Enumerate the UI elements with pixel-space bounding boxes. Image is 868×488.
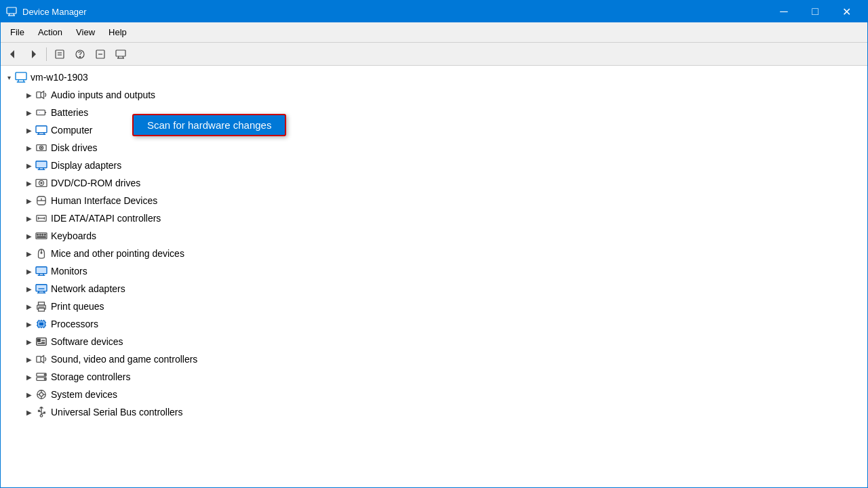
svg-rect-84 — [37, 357, 41, 363]
hid-label: Human Interface Devices — [51, 195, 157, 206]
svg-marker-4 — [10, 50, 14, 58]
dvd-chevron: ▶ — [24, 178, 35, 188]
svg-point-53 — [41, 252, 42, 253]
dvd-row[interactable]: ▶ DVD/CD-ROM drives — [21, 174, 867, 192]
audio-row[interactable]: ▶ Audio inputs and outputs — [21, 86, 867, 104]
batteries-row[interactable]: ▶ Batteries — [21, 104, 867, 121]
audio-label: Audio inputs and outputs — [51, 89, 155, 100]
svg-rect-25 — [36, 126, 47, 133]
print-icon — [35, 300, 48, 313]
help-button[interactable] — [71, 45, 90, 63]
keyboards-row[interactable]: ▶ — [21, 227, 867, 245]
scan-hardware-button[interactable] — [111, 45, 130, 63]
batteries-label: Batteries — [51, 107, 88, 118]
minimize-button[interactable]: ─ — [768, 1, 800, 22]
properties-button[interactable] — [50, 45, 69, 63]
network-label: Network adapters — [51, 283, 125, 294]
audio-chevron: ▶ — [24, 89, 35, 100]
mice-row[interactable]: ▶ Mice and other pointing devices — [21, 245, 867, 262]
tree-item-processors: ▶ — [21, 315, 867, 333]
svg-rect-50 — [44, 234, 45, 235]
svg-point-31 — [41, 147, 42, 148]
usb-chevron: ▶ — [24, 407, 35, 418]
storage-chevron: ▶ — [24, 371, 35, 382]
svg-point-90 — [39, 392, 43, 396]
storage-row[interactable]: ▶ Storage controllers — [21, 368, 867, 386]
hid-row[interactable]: ▶ Human Interface Devices — [21, 192, 867, 209]
svg-point-100 — [40, 415, 43, 418]
keyboards-icon — [35, 229, 48, 243]
ide-label: IDE ATA/ATAPI controllers — [51, 213, 161, 224]
svg-marker-101 — [40, 407, 43, 408]
menu-view[interactable]: View — [69, 24, 102, 40]
tree-item-mice: ▶ Mice and other pointing devices — [21, 245, 867, 262]
usb-icon — [35, 405, 48, 419]
disk-row[interactable]: ▶ Disk drives — [21, 139, 867, 157]
root-icon — [14, 70, 28, 84]
system-row[interactable]: ▶ — [21, 386, 867, 403]
tree-item-system: ▶ — [21, 386, 867, 403]
title-bar: Device Manager ─ □ ✕ — [1, 1, 867, 22]
storage-label: Storage controllers — [51, 371, 131, 382]
hid-chevron: ▶ — [24, 195, 35, 206]
tree-item-keyboards: ▶ — [21, 227, 867, 245]
menu-action[interactable]: Action — [31, 24, 69, 40]
computer-chevron: ▶ — [24, 125, 35, 136]
toolbar-sep-1 — [46, 47, 47, 61]
disk-chevron: ▶ — [24, 142, 35, 153]
processors-row[interactable]: ▶ — [21, 315, 867, 333]
monitors-chevron: ▶ — [24, 266, 35, 277]
tree-root-row[interactable]: ▾ vm-w10-1903 — [1, 68, 867, 86]
svg-rect-54 — [36, 267, 47, 274]
menu-file[interactable]: File — [3, 24, 31, 40]
window-title: Device Manager — [22, 7, 768, 17]
processors-label: Processors — [51, 319, 98, 329]
computer-row[interactable]: ▶ Computer — [21, 121, 867, 139]
ide-row[interactable]: ▶ IDE ATA/ATAPI controllers — [21, 209, 867, 227]
software-row[interactable]: ▶ Softw — [21, 333, 867, 350]
tree-item-dvd: ▶ DVD/CD-ROM drives — [21, 174, 867, 192]
monitors-label: Monitors — [51, 266, 87, 277]
svg-rect-99 — [44, 412, 45, 413]
network-chevron: ▶ — [24, 283, 35, 294]
uninstall-button[interactable] — [91, 45, 110, 63]
tree-item-ide: ▶ IDE ATA/ATAPI controllers — [21, 209, 867, 227]
software-label: Software devices — [51, 336, 123, 347]
tree-item-software: ▶ Softw — [21, 333, 867, 350]
computer-label: Computer — [51, 125, 92, 136]
svg-rect-13 — [116, 50, 125, 56]
tree-item-monitors: ▶ Monitors — [21, 262, 867, 280]
svg-rect-6 — [56, 50, 64, 58]
keyboards-label: Keyboards — [51, 230, 96, 241]
network-row[interactable]: ▶ Netwo — [21, 280, 867, 298]
svg-rect-80 — [38, 339, 41, 342]
system-label: System devices — [51, 389, 117, 400]
computer-icon — [35, 123, 48, 137]
disk-label: Disk drives — [51, 142, 97, 153]
print-row[interactable]: ▶ Print queues — [21, 298, 867, 315]
sound-icon — [35, 352, 48, 366]
tree-item-audio: ▶ Audio inputs and outputs — [21, 86, 867, 104]
mice-icon — [35, 247, 48, 260]
batteries-icon — [35, 106, 48, 119]
menu-help[interactable]: Help — [102, 24, 134, 40]
mice-chevron: ▶ — [24, 248, 35, 259]
network-icon — [35, 282, 48, 296]
sound-row[interactable]: ▶ Sound, video and game controllers — [21, 350, 867, 368]
device-tree-panel[interactable]: ▾ vm-w10-1903 — [1, 66, 867, 487]
usb-label: Universal Serial Bus controllers — [51, 407, 183, 418]
display-row[interactable]: ▶ Display adapters — [21, 157, 867, 174]
display-icon — [35, 159, 48, 172]
svg-rect-21 — [37, 92, 41, 98]
software-icon — [35, 335, 48, 348]
software-chevron: ▶ — [24, 336, 35, 347]
svg-point-38 — [41, 182, 42, 184]
usb-row[interactable]: ▶ — [21, 403, 867, 421]
tree-item-sound: ▶ Sound, video and game controllers — [21, 350, 867, 368]
monitors-row[interactable]: ▶ Monitors — [21, 262, 867, 280]
back-button[interactable] — [3, 45, 22, 63]
maximize-button[interactable]: □ — [800, 1, 831, 22]
close-button[interactable]: ✕ — [831, 1, 862, 22]
toolbar — [1, 43, 867, 66]
forward-button[interactable] — [24, 45, 43, 63]
